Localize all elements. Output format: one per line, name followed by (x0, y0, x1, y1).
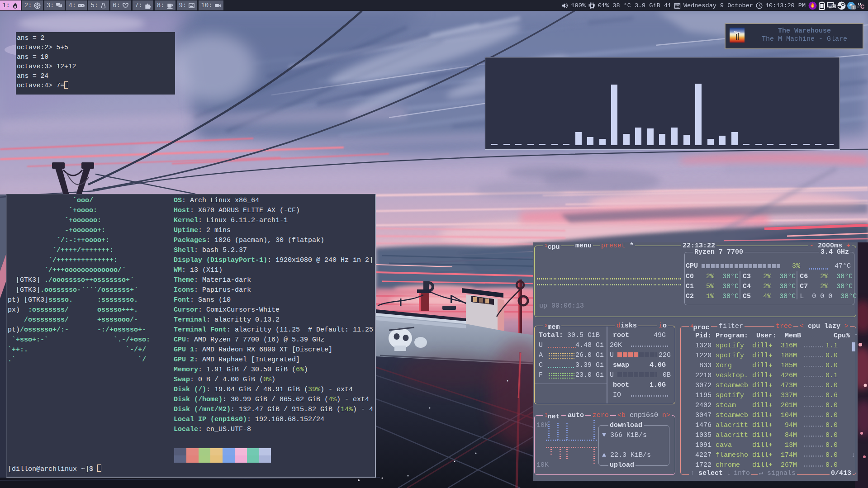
svg-text:L: L (858, 5, 859, 9)
svg-text:..: .. (852, 5, 854, 7)
svg-text:C: C (860, 3, 865, 10)
svg-text:Glare: Glare (734, 31, 740, 33)
